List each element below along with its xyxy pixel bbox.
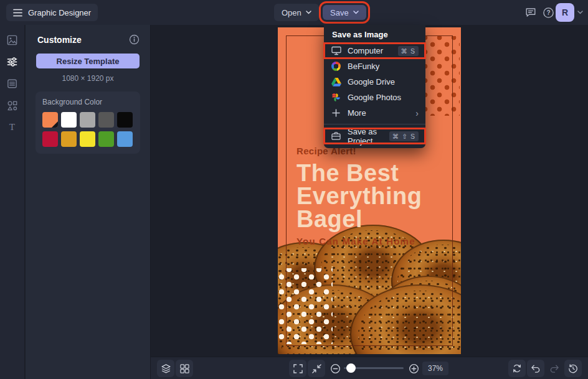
undo-button[interactable] (527, 360, 544, 377)
menu-divider (324, 124, 425, 124)
help-button[interactable]: ? (539, 4, 557, 21)
polka-dots-bottom-left (278, 268, 333, 344)
menu-item-save-as-project[interactable]: Save as Project ⌘ ⇧ S (324, 128, 425, 144)
tool-rail: T (0, 25, 25, 379)
save-button-label: Save (330, 8, 349, 17)
menu-item-befunky[interactable]: BeFunky (324, 58, 425, 74)
menu-item-computer[interactable]: Computer ⌘ S (324, 43, 425, 58)
customize-panel: Customize Resize Template 1080 × 1920 px… (26, 25, 151, 379)
templates-tool[interactable] (5, 76, 20, 91)
poster-subtitle: You Can Make At Home (296, 236, 422, 246)
app-title: Graphic Designer (28, 8, 91, 17)
menu-item-label: Save as Project (348, 127, 383, 146)
chevron-right-icon: › (415, 108, 419, 118)
help-icon: ? (543, 7, 554, 19)
feedback-icon (525, 7, 536, 18)
info-icon[interactable] (129, 34, 140, 45)
google-photos-icon (331, 92, 341, 103)
color-swatch[interactable] (61, 131, 77, 147)
color-swatch[interactable] (98, 112, 114, 128)
redo-button[interactable] (546, 360, 563, 377)
hamburger-menu-icon (13, 9, 22, 17)
background-color-label: Background Color (42, 98, 133, 106)
adjustments-icon (6, 56, 18, 68)
color-swatch[interactable] (42, 112, 58, 128)
project-icon (331, 131, 341, 141)
zoom-in-icon (409, 363, 419, 374)
image-icon (6, 34, 18, 46)
color-swatch[interactable] (117, 131, 133, 147)
customize-tool[interactable] (5, 54, 20, 69)
menu-item-label: More (348, 108, 366, 118)
panel-title: Customize (37, 35, 82, 45)
chevron-down-icon (353, 11, 359, 14)
zoom-out-icon (330, 363, 341, 374)
menu-item-label: Google Drive (348, 77, 395, 87)
color-swatch[interactable] (80, 112, 95, 128)
chevron-down-icon (306, 11, 311, 14)
monitor-icon (331, 45, 341, 56)
canvas-dimensions: 1080 × 1920 px (26, 74, 150, 83)
topbar: Graphic Designer Open Save ? R (0, 0, 588, 25)
befunky-icon (331, 61, 341, 72)
account-chevron-down-icon[interactable] (577, 11, 583, 14)
fit-screen-icon (312, 364, 321, 373)
open-button-label: Open (282, 8, 301, 17)
resize-template-button[interactable]: Resize Template (36, 54, 140, 68)
poster-text-block[interactable]: Recipe Alert! The Best Everything Bagel … (296, 146, 422, 246)
swatch-row (42, 131, 133, 147)
app-window: Graphic Designer Open Save ? R (0, 0, 588, 379)
menu-item-label: Google Photos (348, 93, 401, 102)
menu-item-more[interactable]: More › (324, 105, 425, 121)
save-dropdown-menu: Save as Image Computer ⌘ S BeFunky Googl… (324, 25, 425, 148)
text-icon: T (6, 121, 18, 133)
graphics-tool[interactable] (5, 98, 20, 113)
feedback-button[interactable] (522, 4, 539, 21)
grid-view-button[interactable] (176, 360, 193, 377)
color-swatch[interactable] (61, 112, 77, 128)
svg-text:T: T (9, 121, 16, 132)
bottom-toolbar: 37% (151, 357, 588, 379)
templates-icon (6, 78, 18, 90)
save-menu-header: Save as Image (324, 25, 425, 43)
zoom-out-button[interactable] (326, 360, 344, 377)
background-color-card: Background Color (36, 91, 140, 154)
zoom-slider[interactable] (344, 367, 404, 369)
reset-icon (512, 363, 522, 373)
history-button[interactable] (564, 360, 582, 377)
grid-icon (180, 364, 189, 373)
color-swatch[interactable] (98, 131, 114, 147)
zoom-level[interactable]: 37% (422, 362, 448, 375)
reset-button[interactable] (508, 360, 526, 377)
color-swatch[interactable] (42, 131, 58, 147)
image-manager-tool[interactable] (5, 32, 20, 47)
zoom-slider-handle[interactable] (346, 363, 356, 373)
menu-item-label: Computer (348, 46, 383, 55)
color-swatch[interactable] (117, 112, 133, 128)
app-menu-button[interactable]: Graphic Designer (6, 4, 98, 21)
poster-title: The Best Everything Bagel (296, 162, 422, 231)
menu-item-google-photos[interactable]: Google Photos (324, 90, 425, 105)
avatar[interactable]: R (556, 3, 574, 22)
color-swatch[interactable] (80, 131, 95, 147)
undo-icon (531, 364, 541, 373)
zoom-in-button[interactable] (405, 360, 422, 377)
layers-icon (161, 363, 171, 374)
fit-to-screen-button[interactable] (308, 360, 325, 377)
shapes-icon (6, 100, 18, 111)
open-button[interactable]: Open (274, 4, 319, 21)
plus-icon (331, 108, 341, 118)
save-button[interactable]: Save (323, 5, 366, 20)
text-tool[interactable]: T (5, 119, 20, 134)
menu-item-label: BeFunky (348, 62, 379, 71)
layers-button[interactable] (157, 360, 174, 377)
swatch-row (42, 112, 133, 128)
fullscreen-button[interactable] (289, 360, 306, 377)
shortcut-badge: ⌘ S (398, 46, 419, 56)
menu-item-google-drive[interactable]: Google Drive (324, 74, 425, 90)
shortcut-badge: ⌘ ⇧ S (389, 131, 419, 141)
google-drive-icon (331, 77, 341, 87)
fullscreen-icon (293, 364, 303, 373)
svg-text:?: ? (546, 9, 550, 16)
redo-icon (549, 364, 559, 373)
